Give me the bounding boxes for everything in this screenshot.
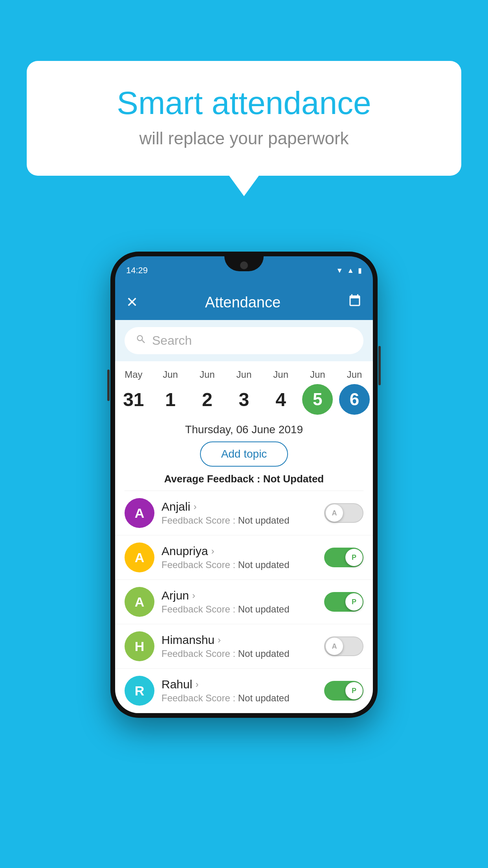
status-time: 14:29 [126,265,148,276]
date-item[interactable]: May31 [116,369,151,415]
student-item[interactable]: HHimanshu ›Feedback Score : Not updatedA [115,624,373,669]
student-info: Anupriya ›Feedback Score : Not updated [161,544,317,570]
avg-feedback: Average Feedback : Not Updated [115,473,373,491]
student-list: AAnjali ›Feedback Score : Not updatedAAA… [115,491,373,713]
side-button-left [107,370,110,401]
toggle-knob: P [345,549,363,566]
student-feedback: Feedback Score : Not updated [161,693,317,704]
toggle-knob: A [326,638,343,655]
status-icons: ▼ ▲ ▮ [336,266,362,275]
student-feedback: Feedback Score : Not updated [161,559,317,570]
selected-date-label: Thursday, 06 June 2019 [115,419,373,441]
student-name: Anupriya › [161,544,317,558]
app-header: ✕ Attendance [115,285,373,320]
student-item[interactable]: AArjun ›Feedback Score : Not updatedP [115,580,373,624]
phone-frame: 14:29 ▼ ▲ ▮ ✕ Attendance [110,252,378,718]
toggle-knob: P [345,682,363,699]
chevron-right-icon: › [192,590,195,601]
student-feedback: Feedback Score : Not updated [161,648,317,659]
student-item[interactable]: AAnjali ›Feedback Score : Not updatedA [115,491,373,535]
search-icon [136,334,147,348]
wifi-icon: ▼ [336,267,343,275]
date-number[interactable]: 1 [155,384,186,415]
student-name: Arjun › [161,589,317,602]
date-number[interactable]: 4 [266,384,296,415]
student-avatar: R [125,676,154,706]
search-bar[interactable]: Search [125,327,363,354]
date-item[interactable]: Jun5 [300,369,335,415]
page-title: Attendance [205,294,281,311]
date-month: May [125,369,142,380]
date-month: Jun [237,369,252,380]
avg-feedback-value: Not Updated [263,473,324,485]
student-feedback: Feedback Score : Not updated [161,515,317,526]
attendance-toggle[interactable]: A [324,636,363,656]
attendance-toggle[interactable]: A [324,503,363,523]
attendance-toggle[interactable]: P [324,592,363,612]
toggle-knob: P [345,593,363,611]
date-item[interactable]: Jun2 [190,369,224,415]
chevron-right-icon: › [195,679,198,690]
bubble-subtitle: will replace your paperwork [58,129,430,148]
toggle-knob: A [326,504,343,522]
student-feedback: Feedback Score : Not updated [161,604,317,615]
chevron-right-icon: › [211,546,214,557]
notch [224,256,264,271]
student-item[interactable]: RRahul ›Feedback Score : Not updatedP [115,669,373,713]
bubble-title: Smart attendance [58,85,430,121]
signal-icon: ▲ [347,267,354,275]
side-button-right [378,346,381,385]
student-info: Himanshu ›Feedback Score : Not updated [161,633,317,659]
date-number[interactable]: 5 [302,384,333,415]
phone-screen: Search May31Jun1Jun2Jun3Jun4Jun5Jun6 Thu… [115,320,373,713]
date-number[interactable]: 6 [339,384,370,415]
calendar-icon[interactable] [348,294,362,311]
date-item[interactable]: Jun4 [264,369,298,415]
student-avatar: A [125,498,154,528]
speech-bubble: Smart attendance will replace your paper… [27,61,461,176]
date-number[interactable]: 2 [192,384,222,415]
date-item[interactable]: Jun3 [227,369,261,415]
battery-icon: ▮ [358,266,362,275]
student-name: Rahul › [161,678,317,691]
camera [240,261,248,269]
student-name: Himanshu › [161,633,317,647]
date-month: Jun [163,369,178,380]
avg-feedback-prefix: Average Feedback : [164,473,263,485]
attendance-toggle[interactable]: P [324,548,363,567]
student-avatar: A [125,587,154,617]
date-number[interactable]: 3 [229,384,259,415]
student-avatar: H [125,631,154,661]
student-info: Rahul ›Feedback Score : Not updated [161,678,317,704]
date-month: Jun [200,369,215,380]
student-item[interactable]: AAnupriya ›Feedback Score : Not updatedP [115,535,373,580]
chevron-right-icon: › [193,501,196,512]
student-name: Anjali › [161,500,317,513]
date-item[interactable]: Jun1 [153,369,188,415]
status-bar: 14:29 ▼ ▲ ▮ [115,256,373,285]
phone-mockup: 14:29 ▼ ▲ ▮ ✕ Attendance [110,252,378,718]
date-month: Jun [310,369,325,380]
student-info: Arjun ›Feedback Score : Not updated [161,589,317,615]
chevron-right-icon: › [218,634,221,645]
date-item[interactable]: Jun6 [337,369,372,415]
search-bar-container: Search [115,320,373,361]
search-input-placeholder: Search [152,333,192,348]
student-avatar: A [125,542,154,572]
date-month: Jun [273,369,288,380]
attendance-toggle[interactable]: P [324,681,363,701]
date-month: Jun [347,369,362,380]
date-strip: May31Jun1Jun2Jun3Jun4Jun5Jun6 [115,361,373,419]
add-topic-button[interactable]: Add topic [200,441,288,467]
close-button[interactable]: ✕ [126,294,138,311]
speech-bubble-container: Smart attendance will replace your paper… [27,61,461,176]
date-number[interactable]: 31 [118,384,149,415]
student-info: Anjali ›Feedback Score : Not updated [161,500,317,526]
